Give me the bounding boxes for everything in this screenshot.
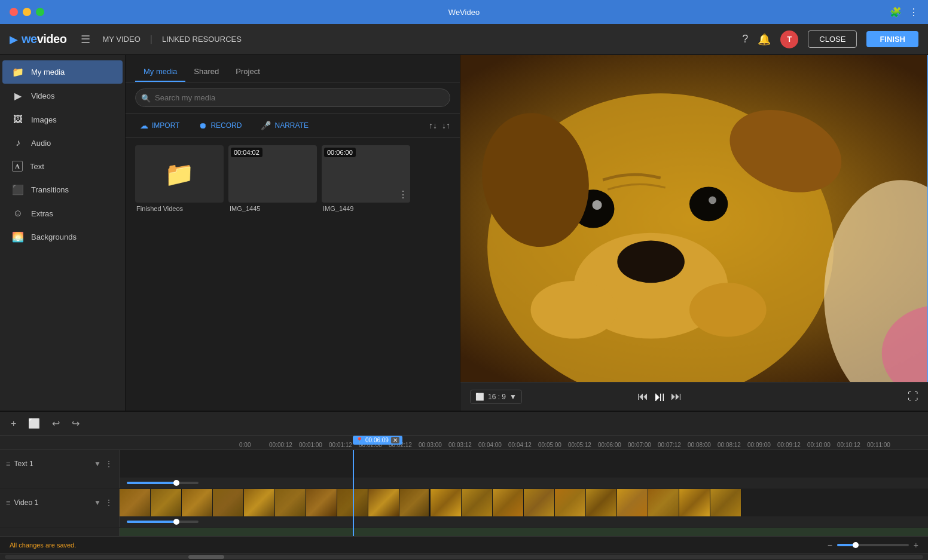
timeline-section: + ⬜ ↩ ↪ 0:00 00:00:12 00:01:00 00:01:12 …: [0, 411, 928, 560]
minimize-traffic-light[interactable]: [23, 8, 31, 16]
ruler-mark: 00:00:12: [269, 442, 299, 448]
search-input[interactable]: [135, 88, 450, 107]
hamburger-icon[interactable]: ☰: [81, 33, 90, 46]
playhead-close-icon[interactable]: ✕: [391, 437, 399, 443]
film-frame: [182, 489, 213, 516]
scroll-thumb[interactable]: [188, 555, 224, 559]
record-icon: ⏺: [199, 121, 207, 130]
sort-asc-icon[interactable]: ↑↓: [429, 121, 437, 130]
scroll-track[interactable]: [5, 555, 923, 559]
media-grid: 📁 Finished Videos 00:04:02 IMG_1445 00:0…: [126, 138, 460, 411]
track-header-audio: ♪ Audio 1 ▼ ⋮: [0, 528, 120, 536]
redo-button[interactable]: ↪: [68, 415, 83, 432]
zoom-in-button[interactable]: +: [914, 540, 918, 550]
track-type-button[interactable]: ⬜: [25, 415, 44, 432]
logo: ▶ wevideo: [10, 32, 66, 46]
svg-point-10: [531, 281, 618, 339]
track-dropdown-video[interactable]: ▼: [94, 498, 101, 507]
volume-slider-text[interactable]: [127, 482, 199, 484]
status-text: All changes are saved.: [10, 541, 76, 549]
sidebar-label-backgrounds: Backgrounds: [31, 232, 77, 241]
tab-my-media[interactable]: My media: [135, 62, 185, 82]
ruler-mark: 00:03:12: [448, 442, 478, 448]
track-dropdown-text[interactable]: ▼: [94, 460, 101, 468]
aspect-ratio-icon: ⬜: [475, 393, 484, 401]
tab-project[interactable]: Project: [227, 62, 268, 82]
nav-linked-resources[interactable]: LINKED RESOURCES: [157, 32, 246, 46]
ruler-mark: 00:04:12: [508, 442, 538, 448]
tab-shared[interactable]: Shared: [185, 62, 227, 82]
track-name-text: Text 1: [14, 460, 91, 468]
ruler-mark: 00:07:12: [658, 442, 688, 448]
skip-forward-button[interactable]: ⏭: [671, 390, 682, 403]
close-traffic-light[interactable]: [10, 8, 18, 16]
narrate-label: NARRATE: [274, 121, 308, 130]
skip-back-button[interactable]: ⏮: [637, 390, 648, 403]
video-preview-frame: [460, 55, 928, 382]
track-body-text[interactable]: [120, 450, 928, 478]
zoom-out-button[interactable]: −: [828, 540, 832, 550]
table-row: ≡ Text 1 ▼ ⋮: [0, 450, 928, 489]
sort-buttons: ↑↓ ↓↑: [429, 121, 450, 130]
videos-icon: ▶: [12, 90, 24, 102]
zoom-slider[interactable]: [837, 544, 909, 546]
film-frame: [555, 489, 586, 516]
sidebar-item-extras[interactable]: ☺ Extras: [2, 202, 123, 225]
track-body-audio[interactable]: [120, 528, 928, 536]
import-button[interactable]: ☁ IMPORT: [135, 118, 184, 133]
list-item[interactable]: 00:06:00 IMG_1449 ⋮: [322, 145, 410, 212]
track-more-text[interactable]: ⋮: [105, 459, 113, 469]
fullscreen-button[interactable]: ⛶: [908, 390, 918, 403]
sidebar-label-audio: Audio: [31, 139, 51, 148]
help-icon[interactable]: ?: [742, 33, 748, 45]
list-item[interactable]: 00:04:02 IMG_1445: [228, 145, 317, 212]
bell-icon[interactable]: 🔔: [758, 33, 771, 46]
sidebar-item-images[interactable]: 🖼 Images: [2, 108, 123, 131]
sidebar-item-transitions[interactable]: ⬛ Transitions: [2, 178, 123, 201]
film-frame: [524, 489, 555, 516]
sidebar-item-audio[interactable]: ♪ Audio: [2, 131, 123, 154]
svg-point-6: [689, 186, 728, 221]
track-header-video: ≡ Video 1 ▼ ⋮: [0, 489, 120, 516]
puzzle-icon[interactable]: 🧩: [890, 7, 902, 18]
sort-desc-icon[interactable]: ↓↑: [442, 121, 450, 130]
aspect-ratio-button[interactable]: ⬜ 16 : 9 ▼: [470, 390, 522, 404]
maximize-traffic-light[interactable]: [36, 8, 44, 16]
record-button[interactable]: ⏺ RECORD: [194, 118, 246, 133]
nav-my-video[interactable]: MY VIDEO: [97, 32, 145, 46]
sidebar-item-videos[interactable]: ▶ Videos: [2, 84, 123, 108]
item-more-button[interactable]: ⋮: [398, 189, 408, 200]
play-button[interactable]: ⏯: [653, 389, 666, 405]
traffic-lights: [10, 8, 44, 16]
import-label: IMPORT: [152, 121, 179, 130]
track-more-video[interactable]: ⋮: [105, 498, 113, 507]
film-frame: [213, 489, 244, 516]
finish-button[interactable]: FINISH: [866, 31, 918, 47]
list-item[interactable]: 📁 Finished Videos: [135, 145, 224, 212]
timeline-scrollbar[interactable]: [0, 553, 928, 560]
avatar[interactable]: T: [780, 30, 798, 48]
ruler-mark: 00:10:00: [807, 442, 837, 448]
undo-button[interactable]: ↩: [48, 415, 63, 432]
sidebar-item-text[interactable]: A Text: [2, 155, 123, 178]
sidebar-item-my-media[interactable]: 📁 My media: [2, 60, 123, 84]
ruler-mark: 00:11:00: [867, 442, 897, 448]
track-icon-text: ≡: [6, 460, 11, 469]
search-icon: 🔍: [141, 93, 151, 102]
playback-controls: ⏮ ⏯ ⏭: [637, 389, 682, 405]
film-frame: [120, 489, 151, 516]
volume-slider-video[interactable]: [127, 521, 199, 523]
more-options-icon[interactable]: ⋮: [909, 7, 918, 18]
sidebar-item-backgrounds[interactable]: 🌅 Backgrounds: [2, 225, 123, 249]
narrate-button[interactable]: 🎤 NARRATE: [256, 118, 313, 133]
close-button[interactable]: CLOSE: [808, 30, 857, 48]
playhead-ruler-marker: 📍 00:06:09 ✕: [353, 436, 402, 445]
add-track-button[interactable]: +: [7, 416, 20, 432]
svg-point-7: [709, 196, 716, 204]
audio-icon: ♪: [12, 137, 24, 148]
sidebar: 📁 My media ▶ Videos 🖼 Images ♪ Audio A T…: [0, 55, 126, 411]
preview-svg: [460, 55, 928, 382]
ruler-mark: 00:01:00: [299, 442, 329, 448]
aspect-ratio-label: 16 : 9: [488, 393, 506, 401]
track-body-video[interactable]: [120, 489, 928, 516]
